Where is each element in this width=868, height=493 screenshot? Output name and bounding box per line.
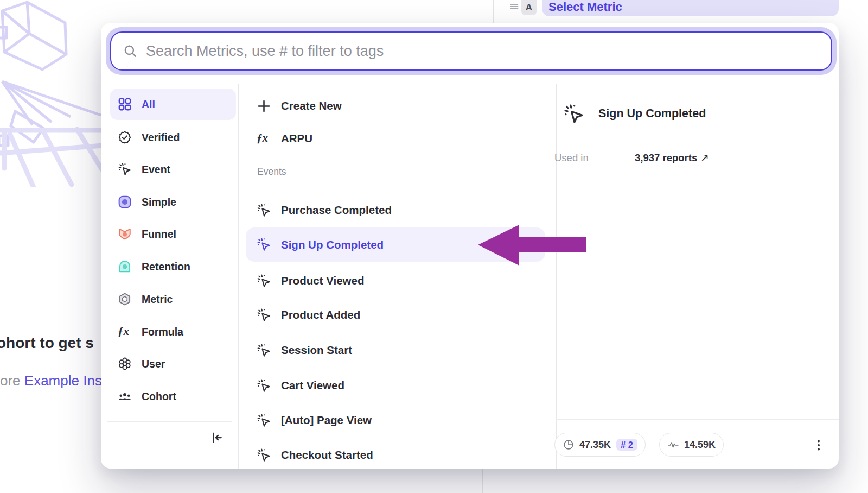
search-icon — [123, 44, 137, 58]
list-item-cart-viewed[interactable]: Cart Viewed — [246, 370, 545, 401]
list-item-checkout-started[interactable]: Checkout Started — [246, 439, 545, 469]
create-new-button[interactable]: Create New — [246, 90, 545, 122]
list-detail-divider — [556, 84, 557, 469]
list-item-product-viewed[interactable]: Product Viewed — [246, 265, 545, 296]
stat-value: 14.59K — [684, 439, 716, 451]
example-insights-link[interactable]: Example Ins — [24, 372, 102, 389]
used-in-value: 3,937 reports — [635, 152, 697, 163]
more-options-button[interactable] — [809, 434, 828, 456]
funnel-metric-icon — [118, 227, 132, 241]
pie-chart-icon — [563, 439, 575, 451]
search-field[interactable] — [110, 31, 832, 71]
event-cursor-icon — [257, 448, 271, 463]
select-metric-label: Select Metric — [548, 1, 622, 13]
search-input[interactable] — [146, 43, 831, 60]
detail-footer-divider — [556, 419, 839, 420]
metric-series-chip: A — [521, 0, 537, 15]
list-item-label: Product Added — [281, 308, 360, 321]
list-item-sign-up-completed[interactable]: Sign Up Completed — [246, 227, 545, 262]
stat-badge-trend[interactable]: 14.59K — [659, 433, 724, 457]
sidebar-item-event[interactable]: Event — [110, 154, 236, 185]
link-prefix-text: ore — [0, 372, 24, 389]
list-item-product-added[interactable]: Product Added — [246, 299, 545, 331]
sidebar-item-label: Event — [142, 163, 170, 176]
sidebar-item-funnel[interactable]: Funnel — [110, 218, 236, 250]
sidebar-item-formula[interactable]: ƒx Formula — [110, 316, 236, 347]
grid-icon — [118, 97, 132, 111]
panel-divider-top — [493, 0, 494, 25]
sidebar-item-metric[interactable]: Metric — [110, 283, 236, 315]
plus-icon — [257, 99, 271, 113]
sidebar-item-label: Cohort — [142, 390, 176, 403]
event-cursor-icon — [563, 103, 585, 125]
formula-fx-icon: ƒx — [118, 325, 132, 339]
formula-fx-icon: ƒx — [257, 131, 271, 146]
event-cursor-icon — [257, 308, 271, 323]
collapse-sidebar-button[interactable] — [208, 429, 226, 446]
used-in-label: Used in — [554, 152, 589, 164]
cohort-people-icon — [118, 389, 132, 403]
background-headline-partial: ohort to get s — [0, 334, 94, 352]
metric-hexagon-icon — [118, 292, 132, 306]
event-cursor-icon — [118, 162, 132, 176]
sidebar-item-retention[interactable]: Retention — [110, 251, 236, 282]
sidebar-item-label: Metric — [142, 293, 173, 306]
list-item-label: Checkout Started — [281, 448, 373, 462]
detail-title: Sign Up Completed — [598, 107, 706, 121]
sidebar-item-cohort[interactable]: Cohort — [110, 381, 236, 412]
list-item-label: Cart Viewed — [281, 379, 344, 392]
list-item-label: Sign Up Completed — [281, 238, 384, 251]
list-item-label: ARPU — [281, 132, 312, 145]
events-section-header: Events — [257, 166, 286, 178]
sidebar-item-label: Simple — [142, 196, 176, 208]
stat-rank-badge: # 2 — [616, 439, 637, 451]
event-cursor-icon — [257, 343, 271, 358]
sidebar-list-divider — [238, 84, 239, 469]
list-item-session-start[interactable]: Session Start — [246, 334, 545, 366]
event-cursor-icon — [257, 378, 271, 393]
create-new-label: Create New — [281, 99, 342, 112]
decorative-wireframe-art — [0, 0, 103, 187]
panel-divider-bottom — [482, 469, 483, 493]
sidebar-divider — [107, 421, 232, 422]
event-cursor-icon — [257, 274, 271, 288]
sidebar-item-label: Verified — [142, 131, 180, 144]
select-metric-field[interactable]: Select Metric — [542, 0, 839, 16]
verified-badge-icon — [118, 130, 132, 144]
list-item-label: Session Start — [281, 344, 352, 357]
sidebar-item-label: All — [142, 98, 155, 111]
list-item-label: Product Viewed — [281, 274, 364, 287]
background-link-line: ore Example Ins — [0, 372, 102, 389]
sidebar-item-verified[interactable]: Verified — [110, 122, 236, 153]
list-item-label: Purchase Completed — [281, 204, 392, 217]
kebab-menu-icon — [812, 439, 825, 452]
sidebar-item-label: Formula — [142, 326, 183, 338]
collapse-left-icon — [210, 431, 224, 445]
list-item-label: [Auto] Page View — [281, 414, 372, 427]
user-cluster-icon — [118, 357, 132, 371]
list-item-auto-page-view[interactable]: [Auto] Page View — [246, 404, 545, 436]
sidebar-item-user[interactable]: User — [110, 348, 236, 380]
sidebar-item-label: Retention — [142, 261, 190, 273]
sidebar-item-simple[interactable]: Simple — [110, 186, 236, 218]
list-item-arpu[interactable]: ƒx ARPU — [246, 123, 545, 154]
list-item-purchase-completed[interactable]: Purchase Completed — [246, 194, 545, 226]
simple-metric-icon — [118, 195, 132, 209]
drag-handle-icon[interactable] — [509, 1, 520, 12]
pulse-icon — [667, 439, 679, 451]
retention-metric-icon — [118, 260, 132, 274]
sidebar-item-label: User — [142, 358, 165, 370]
used-in-reports-link[interactable]: 3,937 reports↗ — [635, 152, 709, 164]
event-cursor-icon — [257, 203, 271, 218]
stat-value: 47.35K — [579, 439, 611, 451]
external-link-icon: ↗ — [700, 152, 709, 163]
event-cursor-icon — [257, 237, 271, 252]
metric-picker-modal: All Verified Event Simple Funnel Retenti… — [101, 23, 839, 469]
stat-badge-total[interactable]: 47.35K # 2 — [554, 433, 646, 457]
event-cursor-icon — [257, 413, 271, 428]
sidebar-item-all[interactable]: All — [110, 89, 236, 120]
sidebar-item-label: Funnel — [142, 228, 176, 241]
